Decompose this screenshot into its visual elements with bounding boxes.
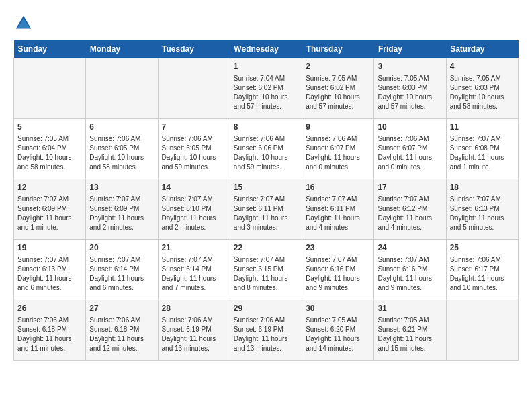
calendar-cell: 2Sunrise: 7:05 AM Sunset: 6:02 PM Daylig…: [302, 58, 374, 119]
calendar-cell: 18Sunrise: 7:07 AM Sunset: 6:13 PM Dayli…: [446, 179, 518, 240]
day-number: 19: [17, 242, 82, 254]
calendar-cell: [158, 58, 230, 119]
calendar-cell: 27Sunrise: 7:06 AM Sunset: 6:18 PM Dayli…: [86, 300, 158, 361]
weekday-header-tuesday: Tuesday: [158, 40, 230, 58]
calendar-header: SundayMondayTuesdayWednesdayThursdayFrid…: [14, 40, 519, 58]
day-info: Sunrise: 7:07 AM Sunset: 6:10 PM Dayligh…: [162, 195, 226, 232]
day-info: Sunrise: 7:07 AM Sunset: 6:16 PM Dayligh…: [306, 255, 370, 293]
day-info: Sunrise: 7:06 AM Sunset: 6:19 PM Dayligh…: [162, 316, 226, 353]
calendar-cell: [86, 58, 158, 119]
calendar-cell: 25Sunrise: 7:06 AM Sunset: 6:17 PM Dayli…: [446, 240, 518, 300]
day-info: Sunrise: 7:07 AM Sunset: 6:12 PM Dayligh…: [378, 195, 442, 232]
calendar-cell: 1Sunrise: 7:04 AM Sunset: 6:02 PM Daylig…: [230, 58, 302, 119]
weekday-header-sunday: Sunday: [14, 40, 86, 58]
page-header: [13, 13, 519, 34]
calendar-cell: 12Sunrise: 7:07 AM Sunset: 6:09 PM Dayli…: [14, 179, 86, 240]
calendar-week-5: 26Sunrise: 7:06 AM Sunset: 6:18 PM Dayli…: [14, 300, 519, 361]
day-info: Sunrise: 7:07 AM Sunset: 6:09 PM Dayligh…: [17, 195, 82, 232]
day-info: Sunrise: 7:06 AM Sunset: 6:18 PM Dayligh…: [17, 316, 82, 353]
day-number: 8: [234, 122, 298, 133]
calendar-cell: 26Sunrise: 7:06 AM Sunset: 6:18 PM Dayli…: [14, 300, 86, 361]
day-number: 13: [89, 182, 154, 193]
day-number: 14: [162, 182, 226, 193]
day-info: Sunrise: 7:07 AM Sunset: 6:14 PM Dayligh…: [89, 255, 154, 293]
day-number: 29: [234, 303, 298, 314]
calendar-cell: 11Sunrise: 7:07 AM Sunset: 6:08 PM Dayli…: [446, 119, 518, 179]
calendar-cell: 16Sunrise: 7:07 AM Sunset: 6:11 PM Dayli…: [302, 179, 374, 240]
day-number: 25: [450, 242, 515, 254]
day-info: Sunrise: 7:05 AM Sunset: 6:04 PM Dayligh…: [17, 134, 82, 172]
day-number: 4: [450, 61, 515, 73]
day-number: 9: [306, 122, 370, 133]
day-number: 23: [306, 242, 370, 254]
calendar-cell: 8Sunrise: 7:06 AM Sunset: 6:06 PM Daylig…: [230, 119, 302, 179]
day-number: 11: [450, 122, 515, 133]
calendar-cell: 10Sunrise: 7:06 AM Sunset: 6:07 PM Dayli…: [374, 119, 446, 179]
calendar-cell: 17Sunrise: 7:07 AM Sunset: 6:12 PM Dayli…: [374, 179, 446, 240]
weekday-header-thursday: Thursday: [302, 40, 374, 58]
day-info: Sunrise: 7:05 AM Sunset: 6:02 PM Dayligh…: [306, 74, 370, 111]
calendar-cell: 14Sunrise: 7:07 AM Sunset: 6:10 PM Dayli…: [158, 179, 230, 240]
calendar-week-3: 12Sunrise: 7:07 AM Sunset: 6:09 PM Dayli…: [14, 179, 519, 240]
calendar-cell: 15Sunrise: 7:07 AM Sunset: 6:11 PM Dayli…: [230, 179, 302, 240]
day-number: 27: [89, 303, 154, 314]
calendar-cell: 29Sunrise: 7:06 AM Sunset: 6:19 PM Dayli…: [230, 300, 302, 361]
calendar-cell: 23Sunrise: 7:07 AM Sunset: 6:16 PM Dayli…: [302, 240, 374, 300]
day-number: 22: [234, 242, 298, 254]
calendar-cell: [446, 300, 518, 361]
day-info: Sunrise: 7:05 AM Sunset: 6:03 PM Dayligh…: [378, 74, 442, 111]
weekday-header-friday: Friday: [374, 40, 446, 58]
calendar-cell: 3Sunrise: 7:05 AM Sunset: 6:03 PM Daylig…: [374, 58, 446, 119]
calendar-week-1: 1Sunrise: 7:04 AM Sunset: 6:02 PM Daylig…: [14, 58, 519, 119]
calendar-cell: 21Sunrise: 7:07 AM Sunset: 6:14 PM Dayli…: [158, 240, 230, 300]
day-number: 6: [89, 122, 154, 133]
day-number: 7: [162, 122, 226, 133]
day-info: Sunrise: 7:07 AM Sunset: 6:09 PM Dayligh…: [89, 195, 154, 232]
day-number: 24: [378, 242, 442, 254]
day-info: Sunrise: 7:04 AM Sunset: 6:02 PM Dayligh…: [234, 74, 298, 111]
calendar-cell: 20Sunrise: 7:07 AM Sunset: 6:14 PM Dayli…: [86, 240, 158, 300]
day-number: 5: [17, 122, 82, 133]
day-info: Sunrise: 7:06 AM Sunset: 6:05 PM Dayligh…: [89, 134, 154, 172]
day-number: 26: [17, 303, 82, 314]
calendar-cell: 28Sunrise: 7:06 AM Sunset: 6:19 PM Dayli…: [158, 300, 230, 361]
day-info: Sunrise: 7:05 AM Sunset: 6:20 PM Dayligh…: [306, 316, 370, 353]
day-info: Sunrise: 7:06 AM Sunset: 6:18 PM Dayligh…: [89, 316, 154, 353]
day-number: 21: [162, 242, 226, 254]
day-info: Sunrise: 7:06 AM Sunset: 6:06 PM Dayligh…: [234, 134, 298, 172]
calendar-cell: 7Sunrise: 7:06 AM Sunset: 6:05 PM Daylig…: [158, 119, 230, 179]
day-number: 20: [89, 242, 154, 254]
day-info: Sunrise: 7:07 AM Sunset: 6:15 PM Dayligh…: [234, 255, 298, 293]
calendar-cell: 22Sunrise: 7:07 AM Sunset: 6:15 PM Dayli…: [230, 240, 302, 300]
day-info: Sunrise: 7:05 AM Sunset: 6:03 PM Dayligh…: [450, 74, 515, 111]
day-info: Sunrise: 7:07 AM Sunset: 6:11 PM Dayligh…: [306, 195, 370, 232]
day-info: Sunrise: 7:07 AM Sunset: 6:14 PM Dayligh…: [162, 255, 226, 293]
calendar-cell: [14, 58, 86, 119]
calendar-cell: 31Sunrise: 7:05 AM Sunset: 6:21 PM Dayli…: [374, 300, 446, 361]
calendar-week-2: 5Sunrise: 7:05 AM Sunset: 6:04 PM Daylig…: [14, 119, 519, 179]
day-info: Sunrise: 7:07 AM Sunset: 6:08 PM Dayligh…: [450, 134, 515, 172]
calendar-cell: 13Sunrise: 7:07 AM Sunset: 6:09 PM Dayli…: [86, 179, 158, 240]
day-info: Sunrise: 7:07 AM Sunset: 6:13 PM Dayligh…: [17, 255, 82, 293]
day-number: 15: [234, 182, 298, 193]
day-number: 1: [234, 61, 298, 73]
day-number: 2: [306, 61, 370, 73]
calendar-cell: 19Sunrise: 7:07 AM Sunset: 6:13 PM Dayli…: [14, 240, 86, 300]
day-info: Sunrise: 7:06 AM Sunset: 6:17 PM Dayligh…: [450, 255, 515, 293]
day-number: 31: [378, 303, 442, 314]
weekday-header-row: SundayMondayTuesdayWednesdayThursdayFrid…: [14, 40, 519, 58]
weekday-header-saturday: Saturday: [446, 40, 518, 58]
weekday-header-monday: Monday: [86, 40, 158, 58]
day-number: 12: [17, 182, 82, 193]
calendar-cell: 30Sunrise: 7:05 AM Sunset: 6:20 PM Dayli…: [302, 300, 374, 361]
calendar-table: SundayMondayTuesdayWednesdayThursdayFrid…: [13, 40, 519, 361]
day-info: Sunrise: 7:06 AM Sunset: 6:05 PM Dayligh…: [162, 134, 226, 172]
day-number: 17: [378, 182, 442, 193]
day-info: Sunrise: 7:06 AM Sunset: 6:19 PM Dayligh…: [234, 316, 298, 353]
day-info: Sunrise: 7:07 AM Sunset: 6:16 PM Dayligh…: [378, 255, 442, 293]
calendar-cell: 24Sunrise: 7:07 AM Sunset: 6:16 PM Dayli…: [374, 240, 446, 300]
day-info: Sunrise: 7:06 AM Sunset: 6:07 PM Dayligh…: [306, 134, 370, 172]
day-info: Sunrise: 7:05 AM Sunset: 6:21 PM Dayligh…: [378, 316, 442, 353]
calendar-cell: 6Sunrise: 7:06 AM Sunset: 6:05 PM Daylig…: [86, 119, 158, 179]
calendar-cell: 5Sunrise: 7:05 AM Sunset: 6:04 PM Daylig…: [14, 119, 86, 179]
